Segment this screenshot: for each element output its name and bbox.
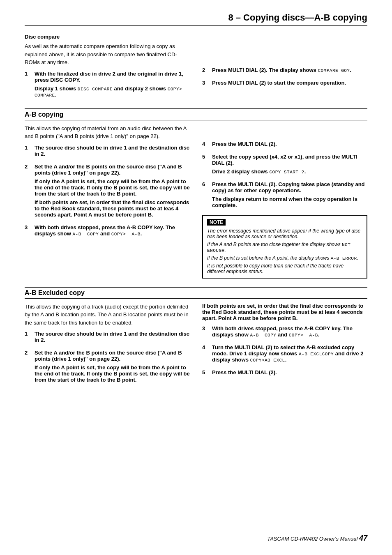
footer-text: TASCAM CD-RW402 Owner's Manual	[267, 536, 357, 542]
list-item: 6 Press the MULTI DIAL (2). Copying take…	[202, 181, 367, 211]
list-item: 4 Turn the MULTI DIAL (2) to select the …	[202, 344, 367, 365]
ab-excluded-left-list: 1 The source disc should be in drive 1 a…	[25, 331, 190, 385]
step-note2: The displays return to normal when the c…	[212, 196, 367, 208]
list-item: 2 Set the A and/or the B points on the s…	[25, 164, 190, 220]
step-text: Press the MULTI DIAL (2). Copying takes …	[212, 181, 365, 193]
ab-copying-title: A-B copying	[25, 108, 367, 120]
step-text: Set the A and/or the B points on the sou…	[35, 164, 182, 176]
step-text: Press the MULTI DIAL (2).	[212, 141, 277, 147]
list-item: 1 The source disc should be in drive 1 a…	[25, 145, 190, 159]
num-content: With the finalized disc in drive 2 and t…	[35, 71, 190, 100]
mono-ab-excl: COPY>AB EXCL	[250, 358, 285, 363]
list-item: 3 With both drives stopped, press the A-…	[202, 325, 367, 340]
mono-copy-ab2: COPY> A-B	[289, 333, 318, 338]
disc-compare-body: As well as the automatic compare operati…	[25, 42, 190, 67]
step-text: Press MULTI DIAL (2). The display shows	[212, 67, 318, 73]
mono-excl-copy: A-B ExclCOPY	[299, 352, 334, 357]
disc-compare-title: Disc compare	[25, 34, 367, 40]
step-text: Select the copy speed (x4, x2 or x1), an…	[212, 154, 357, 166]
num-content: With both drives stopped, press the A-B …	[35, 224, 190, 239]
page: 8 – Copying discs—A-B copying Disc compa…	[0, 0, 392, 555]
num-label: 3	[202, 80, 209, 86]
num-content: Press the MULTI DIAL (2). Copying takes …	[212, 181, 367, 211]
note-item-3: If the B point is set before the A point…	[207, 255, 362, 261]
list-item: 3 Press MULTI DIAL (2) to start the comp…	[202, 80, 367, 88]
mono-ab-error: A-B ERROR	[331, 256, 357, 261]
mono-text: DISC COMPARE	[78, 87, 113, 92]
page-title: 8 – Copying discs—A-B copying	[228, 12, 367, 23]
note-item-1: The error messages mentioned above appea…	[207, 228, 362, 240]
num-content: Set the A and/or the B points on the sou…	[35, 164, 190, 220]
ab-excluded-cols: This allows the copying of a track (audi…	[25, 303, 367, 390]
ab-copying-left: This allows the copying of material from…	[25, 124, 190, 283]
mono-ab-copy2: A-B COPY	[250, 333, 276, 338]
num-label: 2	[25, 164, 31, 170]
num-content: Press the MULTI DIAL (2).	[212, 369, 367, 378]
note-box: NOTE The error messages mentioned above …	[202, 215, 367, 279]
ab-excluded-body: This allows the copying of a track (audi…	[25, 303, 190, 327]
step-text: Set the A and/or the B points on the sou…	[35, 350, 182, 362]
num-content: Press MULTI DIAL (2). The display shows …	[212, 67, 367, 76]
ab-excluded-right: If both points are set, in order that th…	[202, 303, 367, 390]
ab-copying-right: 4 Press the MULTI DIAL (2). 5 Select the…	[202, 124, 367, 283]
disc-compare-right-list: 2 Press MULTI DIAL (2). The display show…	[202, 67, 367, 88]
num-content: Press the MULTI DIAL (2).	[212, 141, 367, 150]
num-label: 3	[25, 224, 31, 230]
list-item: 5 Press the MULTI DIAL (2).	[202, 369, 367, 378]
ab-excluded-title: A-B Excluded copy	[25, 287, 367, 299]
step-note2: If both points are set, in order that th…	[35, 199, 190, 218]
list-item: 2 Set the A and/or the B points on the s…	[25, 350, 190, 385]
list-item: 1 With the finalized disc in drive 2 and…	[25, 71, 190, 100]
num-label: 1	[25, 331, 31, 337]
num-content: With both drives stopped, press the A-B …	[212, 325, 367, 340]
note-item-4: It is not possible to copy more than one…	[207, 263, 362, 274]
step-note: If only the A point is set, the copy wil…	[35, 178, 190, 197]
both-points-note: If both points are set, in order that th…	[202, 303, 367, 321]
list-item: 3 With both drives stopped, press the A-…	[25, 224, 190, 239]
list-item: 1 The source disc should be in drive 1 a…	[25, 331, 190, 345]
step-text: The source disc should be in drive 1 and…	[35, 145, 189, 157]
disc-compare-left-list: 1 With the finalized disc in drive 2 and…	[25, 71, 190, 100]
disc-compare-cols: As well as the automatic compare operati…	[25, 42, 367, 104]
disc-compare-section: Disc compare As well as the automatic co…	[25, 34, 367, 104]
step-note: If only the A point is set, the copy wil…	[35, 364, 190, 383]
ab-excluded-right-list: 3 With both drives stopped, press the A-…	[202, 325, 367, 378]
num-label: 4	[202, 344, 209, 350]
num-content: The source disc should be in drive 1 and…	[35, 145, 190, 159]
ab-excluded-left: This allows the copying of a track (audi…	[25, 303, 190, 390]
ab-excluded-section: A-B Excluded copy This allows the copyin…	[25, 287, 367, 390]
num-content: Press MULTI DIAL (2) to start the compar…	[212, 80, 367, 88]
num-label: 5	[202, 154, 209, 160]
disc-compare-left: As well as the automatic compare operati…	[25, 42, 190, 104]
num-label: 1	[25, 145, 31, 151]
mono-copy-ab: COPY> A-B	[111, 232, 141, 237]
mono-copy-start: COPY START ?	[269, 170, 304, 175]
num-content: Select the copy speed (x4, x2 or x1), an…	[212, 154, 367, 177]
note-label: NOTE	[207, 219, 226, 226]
mono-ab-copy: A-B COPY	[72, 232, 99, 237]
ab-copying-right-list: 4 Press the MULTI DIAL (2). 5 Select the…	[202, 141, 367, 211]
list-item: 4 Press the MULTI DIAL (2).	[202, 141, 367, 150]
disc-compare-right: 2 Press MULTI DIAL (2). The display show…	[202, 42, 367, 104]
both-points-text: If both points are set, in order that th…	[202, 303, 363, 321]
num-content: The source disc should be in drive 1 and…	[35, 331, 190, 345]
step-text: Press MULTI DIAL (2) to start the compar…	[212, 80, 346, 86]
step-text: The source disc should be in drive 1 and…	[35, 331, 189, 343]
num-label: 6	[202, 181, 209, 187]
num-content: Turn the MULTI DIAL (2) to select the A-…	[212, 344, 367, 365]
note-item-2: If the A and B points are too close toge…	[207, 242, 362, 253]
page-header: 8 – Copying discs—A-B copying	[25, 12, 367, 26]
ab-copying-body: This allows the copying of material from…	[25, 124, 190, 140]
list-item: 5 Select the copy speed (x4, x2 or x1), …	[202, 154, 367, 177]
step-text: Press the MULTI DIAL (2).	[212, 369, 277, 375]
num-label: 2	[202, 67, 209, 73]
num-label: 4	[202, 141, 209, 147]
page-footer: TASCAM CD-RW402 Owner's Manual 47	[267, 534, 367, 543]
list-item: 2 Press MULTI DIAL (2). The display show…	[202, 67, 367, 76]
num-label: 3	[202, 325, 209, 332]
page-number: 47	[359, 534, 367, 542]
step-note: Display 1 shows DISC COMPARE and display…	[35, 85, 190, 98]
num-label: 5	[202, 369, 209, 375]
ab-copying-left-list: 1 The source disc should be in drive 1 a…	[25, 145, 190, 239]
ab-copying-section: A-B copying This allows the copying of m…	[25, 108, 367, 283]
